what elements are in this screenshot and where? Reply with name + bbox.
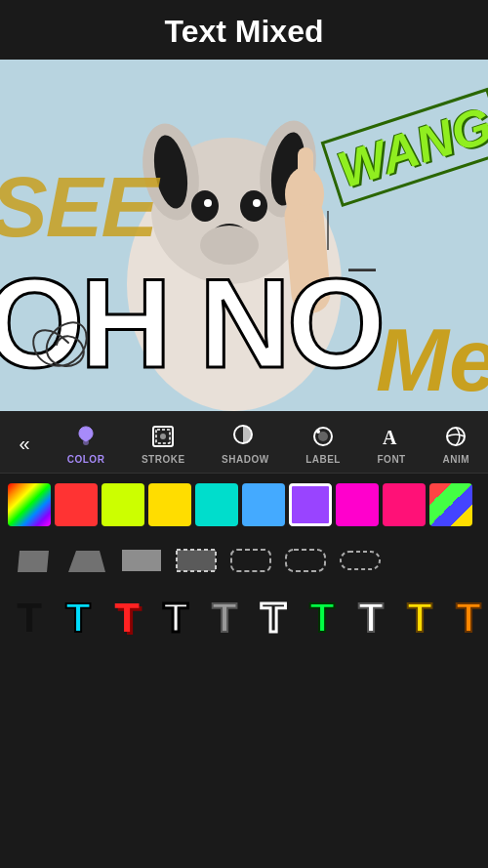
back-button[interactable]: « xyxy=(0,433,49,455)
color-swatch-hot-pink[interactable] xyxy=(383,483,426,526)
canvas-text-dash: — xyxy=(348,253,376,284)
letter-style-orange[interactable]: T xyxy=(445,593,488,643)
svg-point-16 xyxy=(83,439,89,445)
letter-style-green[interactable]: T xyxy=(299,593,346,643)
letter-style-black[interactable]: T xyxy=(6,593,53,643)
color-label: COLOR xyxy=(67,454,105,465)
tool-stroke[interactable]: STROKE xyxy=(134,419,193,469)
stroke-icon xyxy=(149,423,177,450)
canvas-cursor xyxy=(327,211,329,250)
letter-style-white-black[interactable]: T xyxy=(152,593,199,643)
dotted-rect-icon xyxy=(172,543,221,578)
color-swatch-purple[interactable] xyxy=(289,483,332,526)
color-swatch-teal[interactable] xyxy=(195,483,238,526)
color-swatch-multicolor[interactable] xyxy=(429,483,472,526)
canvas-scribble xyxy=(20,304,117,382)
rounded-rect-icon xyxy=(281,543,330,578)
color-icon xyxy=(72,423,100,450)
svg-point-23 xyxy=(316,430,320,434)
shape-dotted-rect[interactable] xyxy=(172,542,221,579)
svg-text:A: A xyxy=(383,427,397,448)
svg-rect-32 xyxy=(286,550,325,571)
svg-rect-31 xyxy=(231,550,270,571)
font-label: FONT xyxy=(378,454,406,465)
color-swatch-yellow-green[interactable] xyxy=(102,483,144,526)
letter-style-cyan[interactable]: T xyxy=(55,593,102,643)
label-label: LABEL xyxy=(305,454,341,465)
shape-rounded-rect[interactable] xyxy=(281,542,330,579)
svg-point-10 xyxy=(253,199,261,207)
letter-style-outline[interactable]: T xyxy=(250,593,297,643)
color-swatch-magenta[interactable] xyxy=(336,483,379,526)
shape-trapezoid[interactable] xyxy=(62,542,111,579)
anim-icon xyxy=(442,423,469,450)
tool-font[interactable]: A FONT xyxy=(370,419,414,469)
svg-marker-27 xyxy=(68,551,105,572)
shadow-icon xyxy=(231,423,259,450)
svg-rect-28 xyxy=(122,550,161,571)
shape-rectangle[interactable] xyxy=(117,542,166,579)
letter-style-white-gray[interactable]: T xyxy=(347,593,394,643)
canvas-text-me: Me xyxy=(376,310,488,411)
color-swatch-rainbow[interactable] xyxy=(8,483,51,526)
tool-items: COLOR STROKE SHADOW xyxy=(49,419,488,469)
stroke-label: STROKE xyxy=(142,454,185,465)
svg-point-8 xyxy=(240,190,267,222)
letter-strip: T T T T T T T T T T xyxy=(0,585,488,651)
tool-shadow[interactable]: SHADOW xyxy=(214,419,277,469)
shadow-label: SHADOW xyxy=(222,454,269,465)
page-title: Text Mixed xyxy=(0,14,488,50)
color-swatch-red[interactable] xyxy=(55,483,98,526)
toolbar: « COLOR STROKE SHADOW xyxy=(0,411,488,474)
color-swatch-sky[interactable] xyxy=(242,483,285,526)
shape-pill[interactable] xyxy=(336,542,385,579)
font-icon: A xyxy=(378,423,405,450)
shape-rounded-dashed[interactable] xyxy=(226,542,275,579)
shape-parallelogram-1[interactable] xyxy=(8,542,57,579)
trapezoid-icon xyxy=(62,543,111,578)
svg-point-22 xyxy=(318,432,328,441)
chevron-left-icon: « xyxy=(19,433,29,455)
svg-marker-26 xyxy=(18,551,49,572)
svg-rect-29 xyxy=(177,550,216,571)
svg-point-19 xyxy=(160,434,166,439)
svg-rect-33 xyxy=(341,552,380,569)
letter-style-red-shadow[interactable]: T xyxy=(103,593,150,643)
letter-style-yellow[interactable]: T xyxy=(396,593,443,643)
color-swatch-yellow[interactable] xyxy=(148,483,191,526)
tool-label[interactable]: LABEL xyxy=(298,419,348,469)
anim-label: ANIM xyxy=(442,454,469,465)
tool-anim[interactable]: ANIM xyxy=(434,419,477,469)
pill-icon xyxy=(336,543,385,578)
label-icon xyxy=(309,423,337,450)
svg-rect-14 xyxy=(298,147,313,206)
letter-style-gray[interactable]: T xyxy=(201,593,248,643)
svg-point-9 xyxy=(204,199,212,207)
parallelogram-icon xyxy=(8,543,57,578)
canvas-text-see: SEE xyxy=(0,157,156,257)
color-strip xyxy=(0,474,488,536)
svg-point-7 xyxy=(191,190,219,222)
rectangle-icon xyxy=(117,543,166,578)
canvas-area[interactable]: SEE WANG OH NO — Me xyxy=(0,60,488,411)
rounded-dashed-icon xyxy=(226,543,275,578)
header: Text Mixed xyxy=(0,0,488,60)
tool-color[interactable]: COLOR xyxy=(60,419,113,469)
shape-strip xyxy=(0,536,488,585)
svg-point-25 xyxy=(447,428,465,445)
